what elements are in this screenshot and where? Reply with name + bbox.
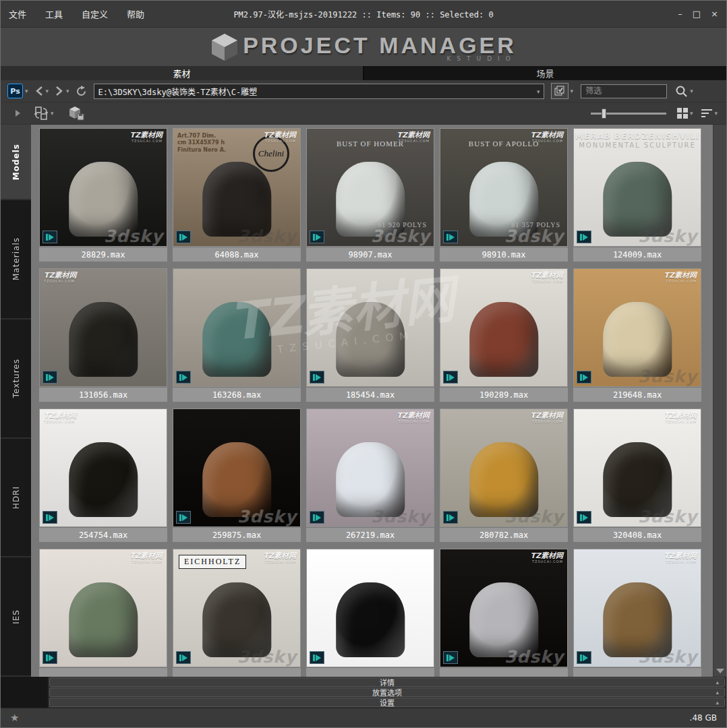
sidebar-item-label: HDRI	[11, 486, 21, 509]
asset-thumbnail[interactable]: BUST OF HOMER 61 920 POLYS TZ素材网TZSUCAI.…	[306, 128, 434, 262]
chevron-down-icon[interactable]: ▾	[66, 88, 69, 94]
asset-thumbnail[interactable]: BUST OF APOLLO 81 357 POLYS TZ素材网TZSUCAI…	[440, 128, 568, 262]
grid-view-icon[interactable]	[677, 108, 688, 119]
asset-thumbnail[interactable]: TZ素材网TZSUCAI.COM 3dsky 280782.max	[440, 408, 568, 542]
sort-icon[interactable]	[701, 109, 712, 117]
asset-thumbnail[interactable]: MERAB BERDZENISHVILIMONUMENTAL SCULPTURE…	[573, 128, 701, 262]
asset-thumbnail[interactable]: TZ素材网TZSUCAI.COM 3dsky 28829.max	[39, 128, 167, 262]
rollout-header[interactable]: 详情▴	[49, 677, 725, 687]
asset-thumbnail[interactable]: TZ素材网TZSUCAI.COM 131056.max	[39, 268, 167, 402]
asset-thumbnail[interactable]: TZ素材网TZSUCAI.COM 3dsky	[573, 549, 701, 677]
asset-thumbnail[interactable]: TZ素材网TZSUCAI.COM 3dsky	[440, 549, 568, 677]
window-controls: – □ ×	[678, 9, 718, 18]
refresh-icon[interactable]	[76, 86, 87, 97]
chevron-down-icon[interactable]: ▾	[571, 88, 574, 94]
sculpture-silhouette	[336, 582, 405, 657]
max-file-badge-icon	[42, 651, 57, 664]
chevron-down-icon[interactable]: ▾	[690, 110, 693, 117]
asset-thumbnail[interactable]: EICHHOLTZ TZ素材网TZSUCAI.COM 3dsky	[173, 549, 301, 677]
chevron-down-icon[interactable]: ▾	[537, 88, 540, 95]
sidebar-item-models[interactable]: Models	[1, 125, 31, 200]
tz-watermark: TZ素材网TZSUCAI.COM	[664, 272, 697, 284]
favorites-star-icon[interactable]: ★	[10, 712, 19, 724]
sidebar-item-ies[interactable]: IES	[1, 557, 31, 677]
thumbnails-sync-icon[interactable]	[34, 106, 49, 121]
asset-thumbnail[interactable]: Art.707 Dim. cm 31X45X79 h Finitura Nero…	[173, 128, 301, 262]
logo-subtext: KSTUDIO	[446, 55, 516, 62]
menu-item[interactable]: 帮助	[127, 7, 144, 20]
thumbnail-image	[306, 268, 434, 387]
sculpture-silhouette	[469, 442, 538, 517]
rollout-pin-icon[interactable]: ▴	[716, 699, 719, 706]
tab-assets[interactable]: 素材	[1, 66, 363, 80]
chevron-down-icon[interactable]: ▾	[25, 88, 28, 94]
tab-scenes[interactable]: 场景	[364, 66, 726, 80]
asset-thumbnail[interactable]: TZ素材网TZSUCAI.COM	[39, 549, 167, 677]
thumbnail-image: BUST OF HOMER 61 920 POLYS TZ素材网TZSUCAI.…	[306, 128, 434, 247]
asset-thumbnail[interactable]: 163268.max	[173, 268, 301, 402]
thumbnail-image	[306, 549, 434, 667]
window-title: PM2.97-汉化-msjzs-20191222 :: Items: 90 ::…	[233, 8, 493, 20]
maximize-icon[interactable]: □	[693, 9, 701, 18]
sidebar-item-hdri[interactable]: HDRI	[1, 439, 31, 558]
sidebar-item-textures[interactable]: Textures	[1, 320, 31, 439]
asset-thumbnail[interactable]: TZ素材网TZSUCAI.COM 3dsky 267219.max	[306, 408, 434, 542]
menu-item[interactable]: 文件	[9, 7, 26, 20]
minimize-icon[interactable]: –	[678, 9, 682, 18]
rollout-header[interactable]: 放置选项▴	[49, 688, 725, 697]
max-file-badge-icon	[577, 371, 591, 384]
close-icon[interactable]: ×	[711, 9, 718, 18]
kstudio-logo: PROJECT MANAGER KSTUDIO	[210, 32, 517, 62]
max-file-badge-icon	[577, 231, 591, 243]
thumbnail-image: TZ素材网TZSUCAI.COM 3dsky	[573, 408, 701, 527]
scroll-down-icon[interactable]	[716, 669, 724, 673]
expand-panel-arrow-icon[interactable]	[16, 110, 20, 117]
asset-thumbnail[interactable]: 185454.max	[306, 268, 434, 402]
toolbar-view: ▾ ▾ ▾	[1, 102, 726, 125]
asset-filename: 98910.max	[440, 247, 568, 262]
asset-thumbnail[interactable]: TZ素材网TZSUCAI.COM 3dsky 320408.max	[573, 408, 701, 542]
thumbnail-image: TZ素材网TZSUCAI.COM 3dsky	[39, 128, 167, 247]
filter-input[interactable]	[581, 84, 667, 98]
sidebar-item-materials[interactable]: Materials	[1, 200, 31, 320]
max-file-badge-icon	[443, 371, 458, 384]
chevron-down-icon[interactable]: ▾	[46, 88, 49, 94]
slider-handle[interactable]	[602, 109, 606, 119]
thumbnail-image: BUST OF APOLLO 81 357 POLYS TZ素材网TZSUCAI…	[440, 128, 568, 247]
cube-save-icon[interactable]	[68, 106, 84, 121]
menu-item[interactable]: 自定义	[82, 7, 108, 20]
sculpture-silhouette	[603, 442, 672, 517]
rollout-header[interactable]: 设置▴	[49, 698, 725, 707]
chevron-down-icon[interactable]: ▾	[51, 110, 54, 117]
thumbnail-size-slider[interactable]	[591, 113, 666, 115]
asset-thumbnail[interactable]: TZ素材网TZSUCAI.COM 254754.max	[39, 408, 167, 542]
filter-layers-icon[interactable]	[551, 83, 569, 99]
asset-thumbnail[interactable]: 3dsky 259875.max	[173, 408, 301, 542]
photoshop-button[interactable]: Ps	[7, 84, 23, 98]
tz-watermark: TZ素材网TZSUCAI.COM	[664, 552, 697, 564]
asset-thumbnail[interactable]	[306, 549, 434, 677]
thumbnail-header: MERAB BERDZENISHVILIMONUMENTAL SCULPTURE	[574, 131, 701, 150]
sculpture-silhouette	[603, 162, 672, 237]
chevron-down-icon[interactable]: ▾	[690, 88, 693, 94]
rollout-pin-icon[interactable]: ▴	[716, 679, 719, 686]
thumbnail-image: TZ素材网TZSUCAI.COM 3dsky	[306, 408, 434, 527]
logo-banner: PROJECT MANAGER KSTUDIO	[1, 28, 726, 66]
search-icon[interactable]	[675, 85, 688, 98]
rollout-pin-icon[interactable]: ▴	[716, 689, 719, 696]
menu-item[interactable]: 工具	[45, 7, 63, 20]
3dsky-watermark: 3dsky	[638, 647, 697, 667]
asset-thumbnail[interactable]: TZ素材网TZSUCAI.COM 190289.max	[440, 268, 568, 402]
grid-scrollbar[interactable]	[713, 125, 726, 677]
asset-filename: 219648.max	[573, 388, 701, 402]
path-input[interactable]	[94, 84, 544, 99]
back-button[interactable]	[34, 86, 44, 96]
3dsky-watermark: 3dsky	[371, 226, 430, 246]
tz-watermark: TZ素材网TZSUCAI.COM	[531, 552, 563, 564]
chevron-down-icon[interactable]: ▾	[714, 110, 718, 117]
asset-thumbnail[interactable]: TZ素材网TZSUCAI.COM 3dsky 219648.max	[573, 268, 701, 402]
thumbnail-image: EICHHOLTZ TZ素材网TZSUCAI.COM 3dsky	[173, 549, 301, 667]
3dsky-watermark: 3dsky	[638, 507, 697, 526]
3dsky-watermark: 3dsky	[504, 507, 564, 526]
forward-button[interactable]	[55, 86, 64, 96]
